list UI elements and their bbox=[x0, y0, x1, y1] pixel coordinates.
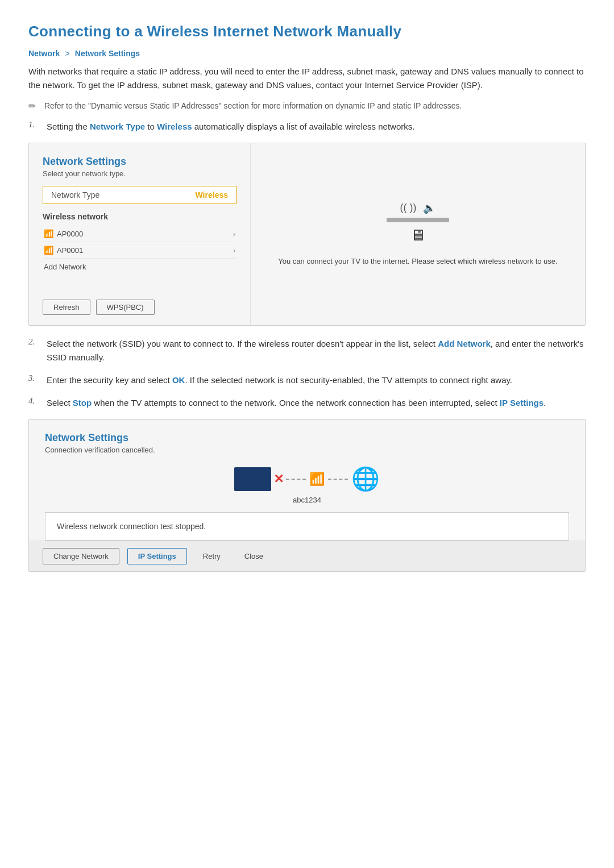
breadcrumb-network[interactable]: Network bbox=[28, 49, 60, 58]
audio-speaker-icon: 🔈 bbox=[423, 202, 435, 214]
dotted-line-2 bbox=[328, 479, 348, 480]
tv-bar bbox=[387, 218, 449, 222]
network-item-0[interactable]: 📶 AP0000 › bbox=[43, 226, 237, 242]
panel-1-title: Network Settings bbox=[43, 156, 237, 168]
wifi-icon-1: 📶 bbox=[44, 246, 53, 255]
network-item-0-left: 📶 AP0000 bbox=[44, 229, 83, 238]
stopped-text-box: Wireless network connection test stopped… bbox=[45, 512, 569, 541]
retry-button[interactable]: Retry bbox=[195, 549, 229, 564]
panel-2-footer: Change Network IP Settings Retry Close bbox=[29, 541, 585, 571]
panel-1-left: Network Settings Select your network typ… bbox=[29, 143, 251, 325]
page-title: Connecting to a Wireless Internet Networ… bbox=[28, 23, 586, 40]
panel-1-subtitle: Select your network type. bbox=[43, 169, 237, 178]
step-list: 1. Setting the Network Type to Wireless … bbox=[28, 120, 586, 410]
step-3-text: Enter the security key and select OK. If… bbox=[47, 373, 512, 387]
breadcrumb-sep: > bbox=[65, 49, 69, 58]
step-4-text: Select Stop when the TV attempts to conn… bbox=[47, 396, 546, 410]
note-text: Refer to the "Dynamic versus Static IP A… bbox=[44, 100, 462, 112]
step-4-num: 4. bbox=[28, 396, 41, 406]
step-2-num: 2. bbox=[28, 337, 41, 347]
usb-icon: 🖥 bbox=[410, 226, 426, 244]
chevron-1: › bbox=[233, 246, 235, 255]
network-item-1-left: 📶 AP0001 bbox=[44, 246, 83, 255]
panel-2-subtitle: Connection verification cancelled. bbox=[45, 446, 569, 454]
step-1-num: 1. bbox=[28, 120, 41, 130]
panel-2-inner: Network Settings Connection verification… bbox=[29, 420, 585, 541]
panel-1: Network Settings Select your network typ… bbox=[28, 143, 586, 326]
wifi-icon-0: 📶 bbox=[44, 229, 53, 238]
network-item-1[interactable]: 📶 AP0001 › bbox=[43, 242, 237, 259]
signal-audio-row: (( )) 🔈 bbox=[400, 202, 436, 214]
pencil-icon: ✏ bbox=[28, 101, 40, 111]
chevron-0: › bbox=[233, 230, 235, 238]
network-type-row[interactable]: Network Type Wireless bbox=[43, 186, 237, 204]
wireless-section-title: Wireless network bbox=[43, 212, 237, 221]
network-name-0: AP0000 bbox=[57, 230, 83, 238]
tv-screen-blue bbox=[234, 467, 271, 491]
kw-add-network: Add Network bbox=[438, 339, 491, 348]
network-name-1: AP0001 bbox=[57, 246, 83, 255]
wps-button[interactable]: WPS(PBC) bbox=[96, 300, 155, 315]
change-network-button[interactable]: Change Network bbox=[43, 548, 119, 564]
x-mark-icon: ✕ bbox=[273, 472, 284, 487]
step-3: 3. Enter the security key and select OK.… bbox=[28, 373, 586, 387]
refresh-button[interactable]: Refresh bbox=[43, 300, 90, 315]
breadcrumb-network-settings[interactable]: Network Settings bbox=[75, 49, 140, 58]
intro-text: With networks that require a static IP a… bbox=[28, 65, 586, 92]
stopped-text: Wireless network connection test stopped… bbox=[57, 522, 206, 531]
kw-network-type: Network Type bbox=[90, 122, 145, 131]
dotted-line bbox=[286, 479, 306, 480]
kw-ip-settings: IP Settings bbox=[500, 398, 544, 408]
close-button[interactable]: Close bbox=[237, 549, 271, 564]
kw-stop: Stop bbox=[73, 398, 92, 408]
note-row: ✏ Refer to the "Dynamic versus Static IP… bbox=[28, 100, 586, 112]
network-type-label: Network Type bbox=[51, 190, 99, 200]
panel-1-right: (( )) 🔈 🖥 You can connect your TV to the… bbox=[251, 143, 585, 325]
wifi-signal-icon: 📶 bbox=[309, 472, 325, 487]
step-2: 2. Select the network (SSID) you want to… bbox=[28, 337, 586, 364]
ip-settings-button[interactable]: IP Settings bbox=[127, 548, 187, 564]
step-3-num: 3. bbox=[28, 373, 41, 383]
panel-2-title: Network Settings bbox=[45, 432, 569, 444]
panel-2: Network Settings Connection verification… bbox=[28, 419, 586, 572]
add-network-item[interactable]: Add Network bbox=[43, 259, 237, 275]
kw-wireless: Wireless bbox=[157, 122, 192, 131]
network-type-value: Wireless bbox=[196, 190, 228, 200]
network-name-label: abc1234 bbox=[45, 496, 569, 504]
step-1-text: Setting the Network Type to Wireless aut… bbox=[47, 120, 414, 134]
panel-1-buttons: Refresh WPS(PBC) bbox=[43, 294, 237, 315]
tv-illustration-group: (( )) 🔈 🖥 bbox=[387, 202, 449, 244]
breadcrumb: Network > Network Settings bbox=[28, 48, 586, 58]
globe-icon: 🌐 bbox=[351, 466, 380, 492]
signal-bars-icon: (( )) bbox=[400, 202, 417, 214]
kw-ok: OK bbox=[172, 375, 185, 385]
connection-diagram: ✕ 📶 🌐 bbox=[45, 466, 569, 492]
step-2-text: Select the network (SSID) you want to co… bbox=[47, 337, 586, 364]
tv-block bbox=[234, 467, 271, 491]
panel-1-right-text: You can connect your TV to the internet.… bbox=[278, 256, 557, 267]
step-4: 4. Select Stop when the TV attempts to c… bbox=[28, 396, 586, 410]
step-1: 1. Setting the Network Type to Wireless … bbox=[28, 120, 586, 134]
